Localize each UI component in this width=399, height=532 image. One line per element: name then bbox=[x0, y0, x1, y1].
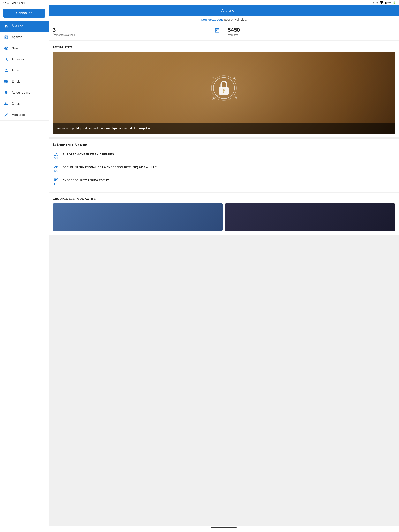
svg-line-10 bbox=[214, 94, 219, 97]
news-overlay: Mener une politique de sécurité économiq… bbox=[53, 123, 395, 133]
sidebar-item-label-agenda: Agenda bbox=[12, 35, 22, 39]
calendar-stat-icon bbox=[214, 28, 220, 34]
status-indicators: ●●●● 100 % 🔋 bbox=[373, 0, 396, 5]
sidebar-nav: À la une Agenda News bbox=[0, 21, 49, 532]
sidebar-item-label-news: News bbox=[12, 47, 19, 50]
sidebar-item-mon-profil[interactable]: Mon profil bbox=[0, 109, 49, 120]
events-label: Évènements à venir bbox=[53, 33, 75, 36]
event-month-1: jan. bbox=[54, 169, 58, 172]
globe-icon bbox=[4, 46, 9, 51]
svg-point-17 bbox=[235, 97, 236, 98]
calendar-icon bbox=[4, 35, 9, 39]
main-content: À la une Connectez-vous pour en voir plu… bbox=[49, 6, 399, 532]
sidebar-item-label-clubs: Clubs bbox=[12, 102, 20, 106]
sidebar-item-label-mon-profil: Mon profil bbox=[12, 113, 25, 117]
status-time: 17:07 bbox=[3, 1, 10, 4]
user-icon bbox=[4, 68, 9, 73]
groups-grid bbox=[53, 203, 395, 231]
sidebar-item-label-autour-de-moi: Autour de moi bbox=[12, 91, 31, 95]
status-bar: 17:07 Mer. 13 nov. ●●●● 100 % 🔋 bbox=[0, 0, 399, 6]
hamburger-icon[interactable] bbox=[53, 8, 57, 13]
stat-events: 3 Évènements à venir bbox=[49, 24, 224, 39]
event-day-2: 09 bbox=[54, 178, 58, 182]
news-image[interactable]: Mener une politique de sécurité économiq… bbox=[53, 52, 395, 133]
sidebar: Connexion À la une Agenda bbox=[0, 6, 49, 532]
group-card-2[interactable] bbox=[225, 203, 395, 231]
svg-line-8 bbox=[229, 80, 233, 85]
battery-icon: 🔋 bbox=[393, 1, 396, 4]
event-title-1: FORUM INTERNATIONAL DE LA CYBERSÉCURITÉ … bbox=[63, 165, 157, 169]
wifi-icon bbox=[379, 0, 384, 5]
sidebar-item-news[interactable]: News bbox=[0, 43, 49, 54]
evenements-title: ÉVÈNEMENTS À VENIR bbox=[53, 143, 395, 146]
sidebar-item-clubs[interactable]: Clubs bbox=[0, 98, 49, 109]
stats-bar: 3 Évènements à venir 5450 Membres bbox=[49, 24, 399, 40]
sidebar-item-agenda[interactable]: Agenda bbox=[0, 32, 49, 43]
events-count: 3 bbox=[53, 27, 75, 33]
top-bar-title: À la une bbox=[60, 9, 395, 13]
event-item-1[interactable]: 28 jan. FORUM INTERNATIONAL DE LA CYBERS… bbox=[53, 162, 395, 175]
groupes-title: GROUPES LES PLUS ACTIFS bbox=[53, 197, 395, 200]
event-item-0[interactable]: 19 nov. EUROPEAN CYBER WEEK À RENNES bbox=[53, 149, 395, 162]
sidebar-item-a-la-une[interactable]: À la une bbox=[0, 21, 49, 32]
sidebar-item-label-annuaire: Annuaire bbox=[12, 58, 24, 61]
event-title-2: CYBERSECURITY AFRICA FORUM bbox=[63, 178, 109, 182]
sidebar-item-autour-de-moi[interactable]: Autour de moi bbox=[0, 87, 49, 98]
sidebar-item-label-emploi: Emploi bbox=[12, 80, 21, 83]
event-day-0: 19 bbox=[54, 152, 58, 156]
search-icon bbox=[4, 57, 9, 62]
lock-illustration bbox=[208, 72, 239, 104]
connect-bar-text: pour en voir plus. bbox=[224, 18, 247, 21]
sidebar-item-label-a-la-une: À la une bbox=[12, 24, 23, 28]
evenements-section: ÉVÈNEMENTS À VENIR 19 nov. EUROPEAN CYBE… bbox=[49, 139, 399, 192]
actualites-section: ACTUALITÉS bbox=[49, 41, 399, 138]
home-indicator bbox=[211, 527, 237, 528]
event-month-2: juin bbox=[54, 182, 58, 185]
event-month-0: nov. bbox=[54, 156, 58, 159]
app-container: Connexion À la une Agenda bbox=[0, 6, 399, 532]
location-icon bbox=[4, 90, 9, 95]
sidebar-item-emploi[interactable]: Emploi bbox=[0, 76, 49, 87]
stat-members: 5450 Membres bbox=[224, 24, 399, 39]
top-bar: À la une bbox=[49, 6, 399, 16]
briefcase-icon bbox=[4, 79, 9, 84]
signal-icon: ●●●● bbox=[373, 1, 378, 4]
members-label: Membres bbox=[228, 33, 395, 36]
groupes-section: GROUPES LES PLUS ACTIFS bbox=[49, 193, 399, 235]
home-icon bbox=[4, 24, 9, 28]
connect-bar: Connectez-vous pour en voir plus. bbox=[49, 16, 399, 24]
news-caption: Mener une politique de sécurité économiq… bbox=[57, 126, 391, 130]
sidebar-item-label-amis: Amis bbox=[12, 69, 19, 72]
status-date: Mer. 13 nov. bbox=[12, 1, 25, 4]
sidebar-item-annuaire[interactable]: Annuaire bbox=[0, 54, 49, 65]
status-time-date: 17:07 Mer. 13 nov. bbox=[3, 1, 25, 4]
event-title-0: EUROPEAN CYBER WEEK À RENNES bbox=[63, 152, 114, 156]
actualites-title: ACTUALITÉS bbox=[53, 45, 395, 49]
battery-text: 100 % bbox=[385, 1, 391, 4]
sidebar-login-area: Connexion bbox=[0, 6, 49, 21]
group-icon bbox=[4, 101, 9, 106]
event-day-1: 28 bbox=[54, 165, 58, 169]
sidebar-item-amis[interactable]: Amis bbox=[0, 65, 49, 76]
svg-point-15 bbox=[234, 78, 235, 79]
group-card-1[interactable] bbox=[53, 203, 223, 231]
login-button[interactable]: Connexion bbox=[3, 9, 45, 18]
svg-line-12 bbox=[229, 94, 234, 97]
svg-point-14 bbox=[212, 77, 213, 78]
event-item-2[interactable]: 09 juin CYBERSECURITY AFRICA FORUM bbox=[53, 175, 395, 188]
svg-point-16 bbox=[213, 98, 214, 99]
members-count: 5450 bbox=[228, 27, 395, 33]
connect-link[interactable]: Connectez-vous bbox=[201, 18, 224, 21]
svg-point-4 bbox=[223, 89, 225, 91]
svg-rect-5 bbox=[224, 92, 225, 93]
bottom-bar bbox=[49, 526, 399, 532]
profile-icon bbox=[4, 113, 9, 117]
